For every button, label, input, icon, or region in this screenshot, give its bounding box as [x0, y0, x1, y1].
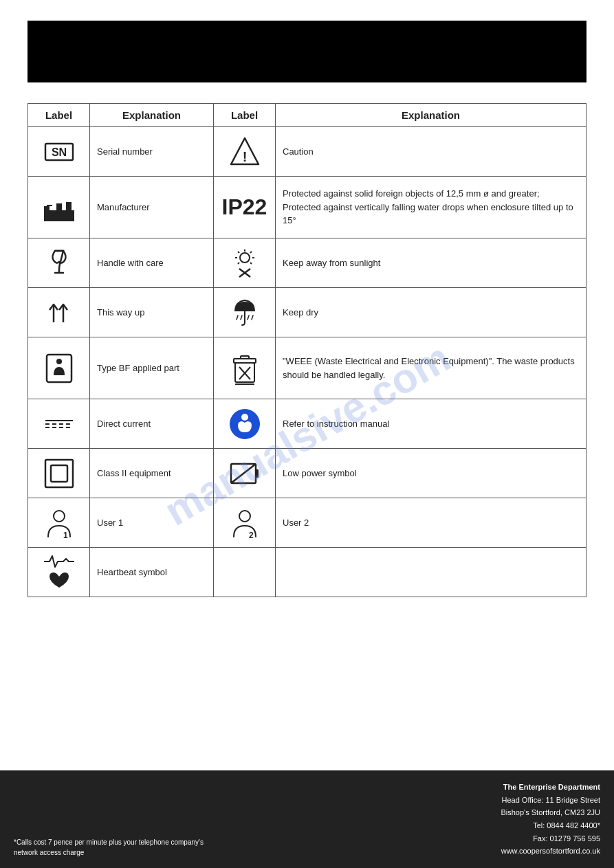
svg-point-10 [240, 253, 250, 263]
label-sn: SN [28, 127, 90, 177]
label-caution: ! [214, 127, 276, 177]
user1-icon: 1 [35, 504, 83, 542]
svg-line-15 [238, 252, 239, 253]
label-empty [214, 548, 276, 597]
explanation-dc: Direct current [90, 399, 214, 449]
table-row: Heartbeat symbol [28, 548, 586, 597]
this-way-up-icon [35, 293, 83, 331]
explanation-user1: User 1 [90, 498, 214, 548]
svg-line-23 [237, 315, 238, 320]
manufacturer-icon [35, 188, 83, 226]
label-fragile [28, 238, 90, 288]
footer-website: www.coopersofstortford.co.uk [501, 845, 600, 858]
lowpower-icon [221, 454, 268, 492]
dc-icon [35, 405, 83, 443]
table-row: Direct current [28, 399, 586, 449]
labels-table: Label Explanation Label Explanation SN [28, 103, 586, 597]
explanation-ip22: Protected against solid foreign objects … [276, 177, 586, 238]
explanation-caution: Caution [276, 127, 586, 177]
footer-company: The Enterprise Department [501, 781, 600, 794]
label-dc [28, 399, 90, 449]
svg-line-24 [241, 315, 242, 320]
user2-icon: 2 [221, 504, 268, 542]
footer-calls-text: *Calls cost 7 pence per minute plus your… [14, 838, 204, 856]
table-row: Class II equipment [28, 449, 586, 498]
label-instruction-manual [214, 399, 276, 449]
footer-right: The Enterprise Department Head Office: 1… [501, 781, 600, 858]
caution-icon: ! [221, 133, 268, 170]
svg-text:SN: SN [51, 146, 66, 158]
svg-line-14 [250, 263, 252, 264]
label-sunlight [214, 238, 276, 288]
weee-icon [221, 349, 268, 387]
label-ip22: IP22 [214, 177, 276, 238]
label-lowpower [214, 449, 276, 498]
svg-text:1: 1 [63, 531, 68, 539]
svg-line-25 [248, 315, 249, 320]
svg-line-17 [238, 263, 239, 264]
svg-text:2: 2 [249, 531, 254, 539]
col4-header: Explanation [276, 104, 586, 127]
svg-line-12 [250, 252, 252, 253]
footer-fax: Fax: 01279 756 595 [501, 832, 600, 845]
explanation-serial: Serial number [90, 127, 214, 177]
header-bar [28, 21, 586, 82]
svg-rect-7 [66, 202, 72, 210]
svg-point-42 [54, 511, 65, 522]
svg-rect-8 [44, 206, 48, 210]
svg-rect-31 [241, 356, 249, 359]
svg-point-28 [56, 359, 62, 364]
table-row: Manufacturer IP22 Protected against soli… [28, 177, 586, 238]
footer-address2: Bishop's Stortford, CM23 2JU [501, 806, 600, 819]
explanation-class2: Class II equipment [90, 449, 214, 498]
explanation-weee: "WEEE (Waste Electrical and Electronic E… [276, 337, 586, 399]
footer: *Calls cost 7 pence per minute plus your… [0, 770, 614, 868]
footer-address1: Head Office: 11 Bridge Street [501, 794, 600, 807]
label-heartbeat [28, 548, 90, 597]
explanation-fragile: Handle with care [90, 238, 214, 288]
label-keep-dry [214, 288, 276, 337]
label-user2: 2 [214, 498, 276, 548]
table-row: SN Serial number ! [28, 127, 586, 177]
sunlight-icon [221, 244, 268, 282]
keep-dry-icon [221, 293, 268, 331]
table-row: Type BF applied part [28, 337, 586, 399]
footer-tel: Tel: 0844 482 4400* [501, 819, 600, 832]
explanation-sunlight: Keep away from sunlight [276, 238, 586, 288]
label-user1: 1 [28, 498, 90, 548]
svg-line-26 [252, 315, 253, 320]
col3-header: Label [214, 104, 276, 127]
label-this-way-up [28, 288, 90, 337]
explanation-manufacturer: Manufacturer [90, 177, 214, 238]
label-class2 [28, 449, 90, 498]
svg-rect-34 [235, 383, 254, 385]
svg-rect-40 [256, 469, 259, 478]
svg-rect-6 [56, 203, 62, 210]
label-weee [214, 337, 276, 399]
explanation-empty [276, 548, 586, 597]
ip22-icon: IP22 [221, 188, 268, 226]
col2-header: Explanation [90, 104, 214, 127]
explanation-this-way-up: This way up [90, 288, 214, 337]
explanation-type-bf: Type BF applied part [90, 337, 214, 399]
svg-point-36 [241, 414, 248, 421]
label-type-bf [28, 337, 90, 399]
instruction-manual-icon [221, 405, 268, 443]
col1-header: Label [28, 104, 90, 127]
label-manufacturer [28, 177, 90, 238]
svg-rect-9 [50, 206, 54, 210]
svg-rect-37 [45, 460, 73, 487]
explanation-keep-dry: Keep dry [276, 288, 586, 337]
sn-icon: SN [35, 133, 83, 170]
type-bf-icon [35, 349, 83, 387]
footer-left: *Calls cost 7 pence per minute plus your… [14, 837, 220, 858]
explanation-lowpower: Low power symbol [276, 449, 586, 498]
explanation-instruction-manual: Refer to instruction manual [276, 399, 586, 449]
explanation-user2: User 2 [276, 498, 586, 548]
table-row: Handle with care [28, 238, 586, 288]
svg-rect-4 [44, 210, 74, 221]
table-row: 1 User 1 2 [28, 498, 586, 548]
heartbeat-icon [35, 553, 83, 591]
svg-text:!: ! [242, 149, 247, 164]
labels-table-section: Label Explanation Label Explanation SN [28, 103, 586, 597]
